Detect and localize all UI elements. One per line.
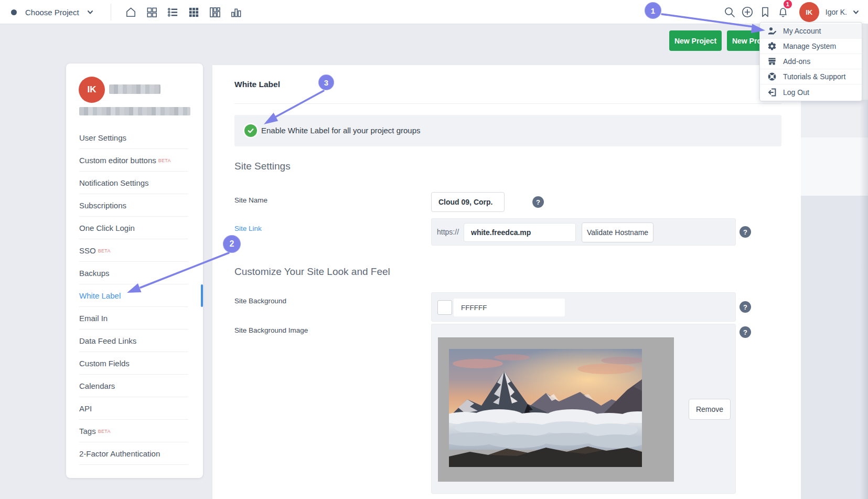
topbar-divider: [111, 4, 111, 20]
search-icon[interactable]: [723, 5, 736, 19]
remove-image-button[interactable]: Remove: [689, 399, 731, 420]
active-item-indicator: [201, 284, 203, 307]
cropped-panel-band: [801, 100, 868, 137]
section-site-settings: Site Settings: [234, 161, 291, 172]
page-title: White Label: [234, 80, 280, 89]
user-name[interactable]: Igor K.: [826, 8, 847, 16]
sidebar-item-notification-settings[interactable]: Notification Settings: [66, 172, 203, 194]
gear-icon: [767, 41, 777, 51]
logout-icon: [767, 88, 777, 97]
grid-3x3-icon[interactable]: [188, 6, 200, 18]
blurred-user-email: [79, 107, 190, 115]
top-navigation-bar: Choose Project: [0, 0, 868, 24]
bar-chart-icon[interactable]: [230, 6, 242, 18]
validate-hostname-button[interactable]: Validate Hostname: [582, 222, 653, 242]
sidebar-item-subscriptions[interactable]: Subscriptions: [66, 194, 203, 217]
menu-item-label: My Account: [783, 27, 821, 35]
site-link-input[interactable]: [464, 223, 576, 242]
beta-badge: BETA: [98, 248, 111, 253]
avatar: IK: [79, 77, 105, 103]
kanban-icon[interactable]: [209, 6, 221, 18]
annotation-step-2: 2: [223, 235, 241, 253]
avatar[interactable]: IK: [799, 2, 819, 22]
cropped-panel-white-2: [801, 137, 868, 196]
page-background: Choose Project: [0, 0, 868, 499]
blurred-user-name: [109, 84, 160, 94]
annotation-step-1: 1: [645, 2, 661, 19]
site-background-image-panel: Remove: [431, 324, 736, 494]
project-status-dot-icon: [11, 9, 17, 15]
sidebar-item-backups[interactable]: Backups: [66, 262, 203, 284]
sidebar-item-calendars[interactable]: Calendars: [66, 375, 203, 397]
protocol-prefix: https://: [437, 219, 459, 245]
grid-2x2-icon[interactable]: [146, 6, 158, 18]
cropped-panel-gray: [801, 196, 868, 499]
sidebar-item-tags[interactable]: TagsBETA: [66, 420, 203, 442]
sidebar-item-user-settings[interactable]: User Settings: [66, 126, 203, 149]
site-background-image-label: Site Background Image: [234, 326, 308, 334]
home-icon[interactable]: [125, 6, 137, 18]
background-color-input[interactable]: [454, 299, 565, 316]
color-swatch[interactable]: [437, 300, 452, 315]
store-icon: [767, 57, 777, 66]
sidebar-menu: User Settings Custom editor buttonsBETA …: [66, 126, 203, 465]
sidebar-item-data-feed-links[interactable]: Data Feed Links: [66, 330, 203, 352]
person-edit-icon: [767, 26, 777, 36]
sidebar-item-custom-editor-buttons[interactable]: Custom editor buttonsBETA: [66, 149, 203, 172]
user-dropdown-menu: My Account Manage System Add-ons Tutoria…: [759, 22, 862, 101]
annotation-step-3: 3: [318, 75, 334, 90]
menu-item-tutorials-support[interactable]: Tutorials & Support: [760, 69, 862, 84]
add-icon[interactable]: [741, 5, 754, 19]
site-name-input[interactable]: [431, 192, 505, 212]
bell-icon[interactable]: 1: [776, 5, 790, 19]
bookmark-icon[interactable]: [758, 5, 772, 19]
title-divider: [234, 103, 781, 104]
menu-item-label: Log Out: [783, 88, 809, 97]
enable-white-label-banner: Enable White Label for all your project …: [234, 115, 781, 146]
menu-item-label: Tutorials & Support: [783, 72, 845, 81]
menu-item-manage-system[interactable]: Manage System: [760, 39, 862, 54]
menu-item-label: Manage System: [783, 42, 836, 50]
sidebar-item-2-factor-authentication[interactable]: 2-Factor Authentication: [66, 442, 203, 465]
menu-item-my-account[interactable]: My Account: [760, 24, 862, 39]
sidebar-item-api[interactable]: API: [66, 397, 203, 420]
chevron-down-icon[interactable]: [87, 8, 94, 16]
help-icon[interactable]: ?: [740, 226, 751, 238]
white-label-settings-panel: White Label Enable White Label for all y…: [212, 65, 801, 499]
settings-sidebar: IK User Settings Custom editor buttonsBE…: [66, 63, 203, 478]
site-background-panel: [431, 292, 736, 322]
notification-badge[interactable]: 1: [783, 0, 793, 9]
help-icon[interactable]: ?: [740, 301, 751, 313]
beta-badge: BETA: [98, 429, 111, 434]
background-image-preview: [449, 349, 642, 467]
help-icon[interactable]: ?: [532, 196, 544, 208]
menu-item-label: Add-ons: [783, 57, 810, 66]
enable-white-label-label: Enable White Label for all your project …: [261, 126, 421, 135]
sidebar-item-white-label[interactable]: White Label: [66, 284, 203, 307]
lifebuoy-icon: [767, 72, 777, 81]
sidebar-item-sso[interactable]: SSOBETA: [66, 239, 203, 262]
section-customize: Customize Your Site Look and Feel: [234, 266, 390, 278]
beta-badge: BETA: [158, 158, 171, 163]
sidebar-item-email-in[interactable]: Email In: [66, 307, 203, 330]
menu-item-add-ons[interactable]: Add-ons: [760, 54, 862, 69]
site-background-label: Site Background: [234, 297, 286, 305]
choose-project-dropdown[interactable]: Choose Project: [25, 8, 79, 17]
checked-checkbox-icon[interactable]: [244, 124, 257, 137]
help-icon[interactable]: ?: [740, 326, 751, 338]
sidebar-item-custom-fields[interactable]: Custom Fields: [66, 352, 203, 375]
new-project-button[interactable]: New Project: [669, 30, 722, 51]
image-preview-frame: [438, 337, 674, 482]
site-link-panel: https:// Validate Hostname: [431, 218, 736, 246]
list-icon[interactable]: [167, 6, 179, 18]
sidebar-item-one-click-login[interactable]: One Click Login: [66, 217, 203, 239]
site-link-label[interactable]: Site Link: [234, 225, 262, 232]
chevron-down-icon[interactable]: [852, 8, 860, 16]
site-name-label: Site Name: [234, 196, 267, 204]
menu-item-log-out[interactable]: Log Out: [760, 84, 862, 100]
